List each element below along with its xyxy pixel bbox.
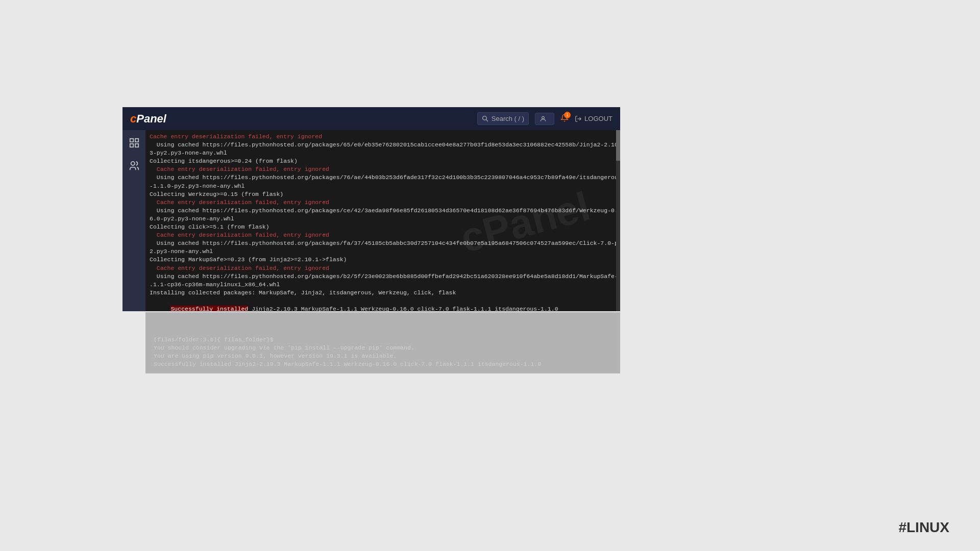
terminal-line: Cache entry deserialization failed, entr…: [150, 231, 616, 239]
terminal-line: Collecting itsdangerous>=0.24 (from flas…: [150, 157, 616, 165]
terminal-content: Cache entry deserialization failed, entr…: [145, 130, 620, 311]
sidebar: [122, 130, 145, 311]
logout-label: LOGOUT: [584, 115, 612, 122]
terminal-line: Cache entry deserialization failed, entr…: [150, 198, 616, 207]
cpanel-logo-c: c: [130, 112, 136, 125]
svg-point-0: [482, 116, 486, 120]
svg-point-2: [542, 116, 545, 119]
logout-icon: [575, 115, 582, 122]
terminal-line: -1.1.0-py2.py3-none-any.whl: [150, 182, 616, 190]
terminal-scrollbar[interactable]: [616, 130, 620, 311]
cpanel-logo: cPanel: [130, 112, 166, 126]
terminal-line: 6.0-py2.py3-none-any.whl: [150, 215, 616, 223]
cpanel-logo-panel: Panel: [136, 112, 166, 125]
terminal-line: Collecting click>=5.1 (from flask): [150, 223, 616, 231]
terminal-line: .1.1-cp36-cp36m-manylinux1_x86_64.whl: [150, 281, 616, 289]
user-icon: [540, 115, 547, 122]
terminal-line: Collecting MarkupSafe>=0.23 (from Jinja2…: [150, 256, 616, 264]
terminal-success-line: Successfully installed Jinja2-2.10.3 Mar…: [150, 297, 616, 311]
svg-point-8: [131, 162, 134, 165]
header-right: Search ( / ) 1 LOGOUT: [477, 112, 612, 125]
terminal-line: Using cached https://files.pythonhosted.…: [150, 173, 616, 182]
search-icon: [482, 115, 488, 122]
terminal[interactable]: Cache entry deserialization failed, entr…: [145, 130, 620, 311]
terminal-line: Installing collected packages: MarkupSaf…: [150, 289, 616, 297]
svg-rect-6: [130, 144, 133, 147]
svg-rect-5: [135, 139, 138, 142]
terminal-line: Cache entry deserialization failed, entr…: [150, 133, 616, 141]
svg-line-1: [486, 119, 488, 121]
success-highlight: Successfully installed: [170, 306, 248, 311]
terminal-line: Using cached https://files.pythonhosted.…: [150, 207, 616, 215]
search-label: Search ( / ): [492, 115, 524, 122]
svg-rect-7: [135, 144, 138, 147]
sidebar-users-icon[interactable]: [127, 158, 142, 173]
terminal-line: Using cached https://files.pythonhosted.…: [150, 272, 616, 281]
terminal-line: 3-py2.py3-none-any.whl: [150, 149, 616, 157]
user-dropdown[interactable]: [535, 113, 554, 125]
svg-rect-4: [130, 139, 133, 142]
bell-icon-wrapper[interactable]: 1: [560, 114, 569, 124]
terminal-line: Collecting Werkzeug>=0.15 (from flask): [150, 190, 616, 198]
terminal-line: Cache entry deserialization failed, entr…: [150, 264, 616, 272]
search-box[interactable]: Search ( / ): [477, 112, 529, 125]
linux-watermark: #LINUX: [898, 519, 949, 536]
logout-button[interactable]: LOGOUT: [575, 115, 612, 122]
terminal-line: 2.py3-none-any.whl: [150, 247, 616, 256]
terminal-line: Using cached https://files.pythonhosted.…: [150, 141, 616, 149]
bell-badge: 1: [564, 112, 571, 118]
terminal-reflection: (filas/folder:3.6){ filas_folder}$ You s…: [145, 312, 620, 373]
scrollbar-thumb[interactable]: [616, 130, 620, 161]
cpanel-header: cPanel Search ( / ) 1 LOGOUT: [122, 107, 620, 130]
terminal-line: Cache entry deserialization failed, entr…: [150, 165, 616, 173]
sidebar-grid-icon[interactable]: [127, 135, 142, 151]
success-rest: Jinja2-2.10.3 MarkupSafe-1.1.1 Werkzeug-…: [248, 306, 558, 311]
terminal-line: Using cached https://files.pythonhosted.…: [150, 239, 616, 247]
